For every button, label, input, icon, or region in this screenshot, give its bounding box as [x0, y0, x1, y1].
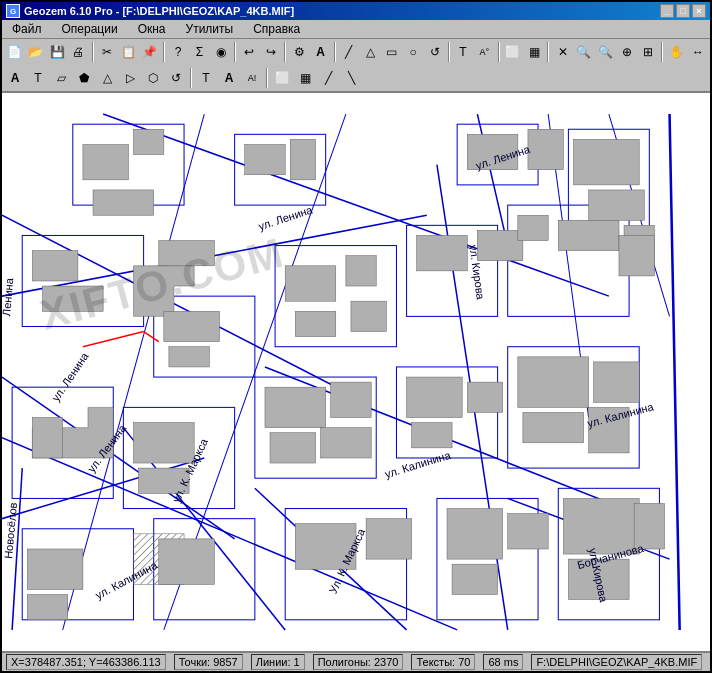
maximize-button[interactable]: □ — [676, 4, 690, 18]
tb2-box[interactable]: ⬜ — [271, 67, 293, 89]
svg-rect-51 — [589, 190, 645, 220]
sep11 — [266, 68, 268, 88]
tb2-a1[interactable]: A — [218, 67, 240, 89]
tb-zoom-full[interactable]: ⊕ — [617, 41, 637, 63]
menu-file[interactable]: Файл — [6, 21, 48, 37]
tb-line[interactable]: ╱ — [339, 41, 359, 63]
tb-pan[interactable]: ✋ — [666, 41, 686, 63]
menu-operations[interactable]: Операции — [56, 21, 124, 37]
svg-rect-66 — [331, 382, 371, 417]
menu-windows[interactable]: Окна — [132, 21, 172, 37]
svg-rect-80 — [159, 539, 215, 585]
tb2-select[interactable]: A — [4, 67, 26, 89]
svg-rect-83 — [447, 509, 503, 560]
status-polygons: Полигоны: 2370 — [313, 654, 404, 670]
sep1 — [92, 42, 94, 62]
svg-rect-57 — [619, 235, 654, 275]
status-bar: X=378487.351; Y=463386.113 Точки: 9857 Л… — [2, 651, 710, 671]
sep3 — [234, 42, 236, 62]
svg-rect-38 — [83, 144, 129, 179]
menu-help[interactable]: Справка — [247, 21, 306, 37]
tb2-hex[interactable]: ⬡ — [142, 67, 164, 89]
tb-circle2[interactable]: ○ — [403, 41, 423, 63]
sep5 — [334, 42, 336, 62]
tb-frame[interactable]: ⬜ — [503, 41, 523, 63]
svg-rect-49 — [528, 129, 563, 169]
svg-rect-82 — [366, 519, 412, 559]
status-time: 68 ms — [483, 654, 523, 670]
tb-cut[interactable]: ✂ — [97, 41, 117, 63]
tb-text[interactable]: A — [310, 41, 330, 63]
svg-rect-71 — [412, 423, 452, 448]
tb2-diag2[interactable]: ╲ — [340, 67, 362, 89]
menu-bar: Файл Операции Окна Утилиты Справка — [2, 20, 710, 39]
tb-zoom-in[interactable]: 🔍 — [574, 41, 594, 63]
svg-rect-56 — [558, 220, 619, 250]
sep8 — [547, 42, 549, 62]
tb-rect[interactable]: ▭ — [382, 41, 402, 63]
map-container[interactable]: XIFTO.COM — [2, 93, 710, 651]
tb-zoom-sel[interactable]: ⊞ — [638, 41, 658, 63]
tb-scissors[interactable]: ✕ — [552, 41, 572, 63]
status-filepath: F:\DELPHI\GEOZ\KAP_4KB.MIF — [531, 654, 702, 670]
svg-rect-45 — [346, 256, 376, 286]
status-texts: Тексты: 70 — [411, 654, 475, 670]
tb2-grid[interactable]: ▦ — [294, 67, 316, 89]
svg-rect-73 — [594, 362, 640, 402]
tb-undo[interactable]: ↩ — [239, 41, 259, 63]
tb-arrow[interactable]: ↔ — [688, 41, 708, 63]
tb-save[interactable]: 💾 — [47, 41, 67, 63]
tb2-para[interactable]: ▱ — [50, 67, 72, 89]
svg-rect-72 — [518, 357, 589, 408]
tb-copy[interactable]: 📋 — [118, 41, 138, 63]
tb-label2[interactable]: A° — [474, 41, 494, 63]
tb-new[interactable]: 📄 — [4, 41, 24, 63]
tb-open[interactable]: 📂 — [25, 41, 45, 63]
sep4 — [284, 42, 286, 62]
svg-rect-39 — [133, 129, 163, 154]
toolbar-row-1: 📄 📂 💾 🖨 ✂ 📋 📌 ? Σ ◉ ↩ ↪ ⚙ A ╱ △ ▭ ○ ↺ — [2, 39, 710, 65]
svg-rect-55 — [518, 215, 548, 240]
tb-zoom-out[interactable]: 🔍 — [595, 41, 615, 63]
svg-rect-62 — [32, 418, 62, 458]
menu-utils[interactable]: Утилиты — [180, 21, 240, 37]
svg-rect-68 — [321, 428, 372, 458]
tb-group[interactable]: ▦ — [524, 41, 544, 63]
tb-settings[interactable]: ⚙ — [289, 41, 309, 63]
tb-redo[interactable]: ↪ — [260, 41, 280, 63]
tb-help[interactable]: ? — [168, 41, 188, 63]
title-bar-left: G Geozem 6.10 Pro - [F:\DELPHI\GEOZ\KAP_… — [6, 4, 294, 18]
svg-rect-50 — [573, 139, 639, 185]
svg-rect-44 — [285, 266, 336, 301]
map-svg: ул. Ленина ул. Ленина ул. Ленина ул. Кир… — [2, 93, 710, 651]
svg-rect-70 — [467, 382, 502, 412]
tb2-text2[interactable]: T — [27, 67, 49, 89]
tb2-rotate[interactable]: ↺ — [165, 67, 187, 89]
close-button[interactable]: × — [692, 4, 706, 18]
status-coords: X=378487.351; Y=463386.113 — [6, 654, 166, 670]
tb-sum[interactable]: Σ — [189, 41, 209, 63]
sep9 — [661, 42, 663, 62]
tb-poly[interactable]: △ — [360, 41, 380, 63]
tb-circle[interactable]: ◉ — [211, 41, 231, 63]
svg-rect-41 — [159, 241, 215, 266]
tb2-diamond[interactable]: ⬟ — [73, 67, 95, 89]
tb-rot[interactable]: ↺ — [424, 41, 444, 63]
tb2-arrow2[interactable]: ▷ — [119, 67, 141, 89]
svg-rect-40 — [93, 190, 154, 215]
toolbar-container: 📄 📂 💾 🖨 ✂ 📋 📌 ? Σ ◉ ↩ ↪ ⚙ A ╱ △ ▭ ○ ↺ — [2, 39, 710, 93]
app-icon: G — [6, 4, 20, 18]
tb2-t1[interactable]: T — [195, 67, 217, 89]
sep10 — [190, 68, 192, 88]
tb2-a2[interactable]: A! — [241, 67, 263, 89]
tb-print[interactable]: 🖨 — [68, 41, 88, 63]
minimize-button[interactable]: _ — [660, 4, 674, 18]
tb2-tri[interactable]: △ — [96, 67, 118, 89]
tb-label[interactable]: T — [453, 41, 473, 63]
sep2 — [163, 42, 165, 62]
title-bar: G Geozem 6.10 Pro - [F:\DELPHI\GEOZ\KAP_… — [2, 2, 710, 20]
svg-rect-85 — [452, 564, 498, 594]
svg-rect-61 — [169, 347, 209, 367]
tb2-diag1[interactable]: ╱ — [317, 67, 339, 89]
tb-paste[interactable]: 📌 — [139, 41, 159, 63]
